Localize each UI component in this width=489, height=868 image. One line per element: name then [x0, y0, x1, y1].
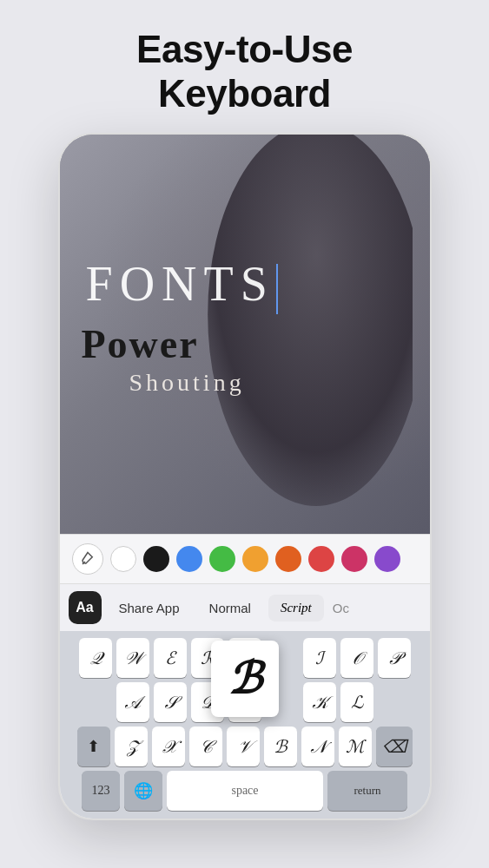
numbers-key[interactable]: 123: [82, 771, 120, 811]
eyedropper-button[interactable]: [72, 543, 103, 575]
tab-script[interactable]: Script: [268, 595, 324, 621]
emoji-key[interactable]: 🌐: [124, 771, 162, 811]
key-s[interactable]: 𝒮: [154, 682, 187, 722]
key-k[interactable]: 𝒦: [303, 682, 336, 722]
key-a[interactable]: 𝒜: [116, 682, 149, 722]
color-orange[interactable]: [242, 546, 268, 572]
key-n[interactable]: 𝒩: [301, 727, 334, 766]
space-key[interactable]: space: [167, 771, 323, 811]
shouting-text: Shouting: [129, 369, 245, 397]
tab-share-app[interactable]: Share App: [107, 595, 192, 621]
key-q[interactable]: 𝒬: [79, 638, 112, 678]
tab-more[interactable]: Oc: [329, 595, 353, 621]
shift-key[interactable]: ⬆: [77, 727, 110, 766]
color-red[interactable]: [308, 546, 334, 572]
color-dark-orange[interactable]: [275, 546, 301, 572]
keyboard-row-2-wrapper: 𝒜 𝒮 𝒟 ℱ ℬ 𝒦 ℒ: [63, 682, 426, 722]
key-v[interactable]: 𝒱: [227, 727, 260, 766]
color-blue[interactable]: [176, 546, 202, 572]
font-toolbar: Aa Share App Normal Script Oc: [60, 583, 430, 631]
delete-key[interactable]: ⌫: [376, 727, 413, 766]
headline: Easy-to-Use Keyboard: [136, 28, 353, 115]
key-p[interactable]: 𝒫: [378, 638, 411, 678]
key-o[interactable]: 𝒪: [340, 638, 373, 678]
return-key[interactable]: return: [327, 771, 407, 811]
color-purple[interactable]: [374, 546, 400, 572]
fonts-text: FONTS: [86, 256, 278, 314]
color-black[interactable]: [143, 546, 169, 572]
power-text: Power: [82, 321, 199, 367]
keyboard-row-4: 123 🌐 space return: [63, 771, 426, 811]
keyboard: 𝒬 𝒲 ℰ ℛ 𝒯 ℐ 𝒪 𝒫 𝒜 𝒮 𝒟 ℱ ℬ 𝒦 ℒ: [60, 631, 430, 819]
app-icon-button[interactable]: Aa: [69, 591, 102, 624]
key-z[interactable]: 𝒵: [115, 727, 148, 766]
color-white[interactable]: [110, 546, 136, 572]
key-l[interactable]: ℒ: [340, 682, 373, 722]
key-x[interactable]: 𝒳: [152, 727, 185, 766]
key-b[interactable]: ℬ: [264, 727, 297, 766]
tab-normal[interactable]: Normal: [197, 595, 263, 621]
canvas-area: FONTS Power Shouting: [60, 135, 430, 534]
color-toolbar: [60, 534, 430, 583]
keyboard-row-3: ⬆ 𝒵 𝒳 𝒞 𝒱 ℬ 𝒩 ℳ ⌫: [63, 727, 426, 766]
header: Easy-to-Use Keyboard: [102, 0, 387, 133]
key-c[interactable]: 𝒞: [189, 727, 222, 766]
key-m[interactable]: ℳ: [339, 727, 372, 766]
phone-mockup: FONTS Power Shouting Aa Share: [58, 133, 432, 820]
key-preview-b[interactable]: ℬ: [211, 641, 279, 717]
key-e[interactable]: ℰ: [154, 638, 187, 678]
key-w[interactable]: 𝒲: [116, 638, 149, 678]
color-pink[interactable]: [341, 546, 367, 572]
color-green[interactable]: [209, 546, 235, 572]
text-cursor: [276, 264, 278, 314]
key-i[interactable]: ℐ: [303, 638, 336, 678]
keyboard-row-2: 𝒜 𝒮 𝒟 ℱ ℬ 𝒦 ℒ: [63, 682, 426, 722]
